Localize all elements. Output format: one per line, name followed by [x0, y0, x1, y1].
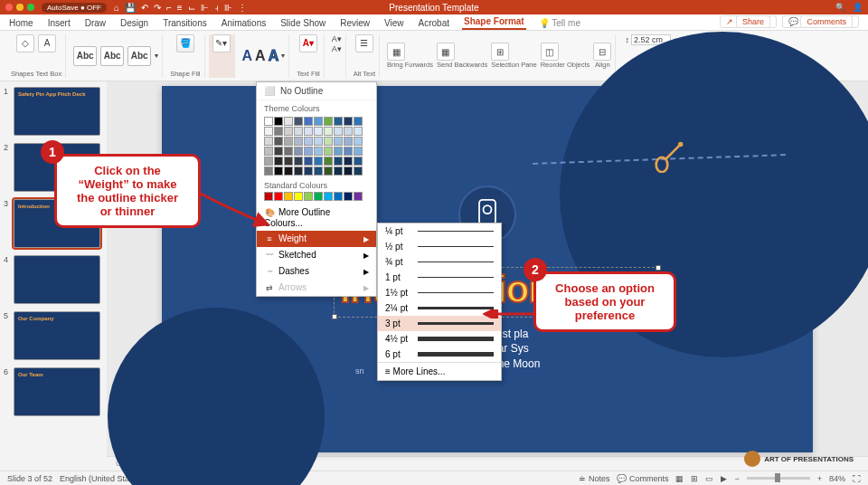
colour-swatch[interactable]	[324, 117, 333, 126]
weight-option[interactable]: ½ pt	[378, 239, 501, 254]
colour-swatch[interactable]	[324, 192, 333, 201]
colour-swatch[interactable]	[284, 137, 293, 146]
search-icon[interactable]: 🔍	[835, 3, 845, 12]
tab-acrobat[interactable]: Acrobat	[417, 16, 451, 30]
colour-swatch[interactable]	[324, 137, 333, 146]
selection-pane-button[interactable]: ⊞	[491, 43, 509, 61]
colour-swatch[interactable]	[294, 117, 303, 126]
shape-outline-group[interactable]: ✎▾	[209, 34, 235, 78]
align-middle-icon[interactable]: ≡	[177, 3, 183, 13]
resize-handle[interactable]	[332, 314, 337, 319]
zoom-slider[interactable]	[747, 477, 810, 480]
colour-swatch[interactable]	[344, 157, 353, 166]
comments-button[interactable]: 💬 Comments	[782, 15, 859, 28]
colour-swatch[interactable]	[304, 157, 313, 166]
align-bottom-icon[interactable]: ⌙	[188, 3, 195, 13]
align-top-icon[interactable]: ⌐	[166, 3, 172, 13]
colour-swatch[interactable]	[274, 192, 283, 201]
reorder-objects-button[interactable]: ◫	[541, 43, 559, 61]
text-effects-button[interactable]: A▾	[332, 44, 342, 53]
shape-style-2[interactable]: Abc	[100, 46, 124, 66]
colour-swatch[interactable]	[314, 157, 323, 166]
colour-swatch[interactable]	[304, 127, 313, 136]
window-controls[interactable]	[5, 4, 34, 11]
zoom-level[interactable]: 84%	[829, 474, 845, 483]
tab-shape-format[interactable]: Shape Format	[462, 14, 526, 30]
colour-swatch[interactable]	[304, 117, 313, 126]
shape-style-3[interactable]: Abc	[127, 46, 151, 66]
colour-swatch[interactable]	[264, 117, 273, 126]
weight-option[interactable]: 1½ pt	[378, 285, 501, 300]
home-icon[interactable]: ⌂	[114, 3, 119, 13]
colour-swatch[interactable]	[334, 157, 343, 166]
colour-swatch[interactable]	[324, 157, 333, 166]
standard-colour-swatches[interactable]	[257, 192, 376, 204]
zoom-in-icon[interactable]: +	[817, 474, 822, 483]
colour-swatch[interactable]	[324, 127, 333, 136]
shape-fill-button[interactable]: 🪣	[176, 34, 194, 52]
align-center-icon[interactable]: ⫞	[214, 3, 219, 13]
colour-swatch[interactable]	[344, 137, 353, 146]
colour-swatch[interactable]	[274, 137, 283, 146]
tab-transitions[interactable]: Transitions	[161, 16, 209, 30]
thumbnail-4[interactable]: 4	[4, 255, 103, 304]
colour-swatch[interactable]	[334, 192, 343, 201]
comments-toggle[interactable]: 💬 Comments	[617, 474, 668, 483]
colour-swatch[interactable]	[284, 127, 293, 136]
colour-swatch[interactable]	[314, 127, 323, 136]
colour-swatch[interactable]	[264, 127, 273, 136]
wordart-style-2[interactable]: A	[255, 48, 266, 64]
tab-slideshow[interactable]: Slide Show	[278, 16, 327, 30]
colour-swatch[interactable]	[334, 166, 343, 176]
tell-me[interactable]: 💡 Tell me	[537, 16, 582, 30]
notes-toggle[interactable]: ≐ Notes	[579, 474, 609, 483]
colour-swatch[interactable]	[314, 117, 323, 126]
colour-swatch[interactable]	[334, 147, 343, 156]
colour-swatch[interactable]	[264, 157, 273, 166]
tab-draw[interactable]: Draw	[83, 16, 108, 30]
thumbnail-6[interactable]: 6Our Team	[4, 367, 103, 416]
colour-swatch[interactable]	[354, 117, 363, 126]
colour-swatch[interactable]	[344, 192, 353, 201]
colour-swatch[interactable]	[314, 147, 323, 156]
colour-swatch[interactable]	[294, 192, 303, 201]
colour-swatch[interactable]	[264, 137, 273, 146]
tab-home[interactable]: Home	[7, 16, 35, 30]
colour-swatch[interactable]	[274, 127, 283, 136]
colour-swatch[interactable]	[324, 147, 333, 156]
theme-colour-swatches[interactable]	[257, 115, 376, 177]
resize-handle[interactable]	[656, 265, 661, 271]
colour-swatch[interactable]	[294, 166, 303, 176]
alt-text-button[interactable]: ☰	[355, 34, 373, 52]
colour-swatch[interactable]	[304, 147, 313, 156]
colour-swatch[interactable]	[354, 137, 363, 146]
colour-swatch[interactable]	[284, 117, 293, 126]
more-lines[interactable]: ≡ More Lines...	[378, 362, 501, 380]
colour-swatch[interactable]	[314, 192, 323, 201]
bring-forward-button[interactable]: ▦	[387, 43, 405, 61]
weight-option[interactable]: ¾ pt	[378, 254, 501, 270]
undo-icon[interactable]: ↶	[141, 3, 148, 13]
colour-swatch[interactable]	[284, 166, 293, 176]
reading-view-icon[interactable]: ▭	[705, 474, 713, 483]
colour-swatch[interactable]	[314, 166, 323, 176]
colour-swatch[interactable]	[304, 192, 313, 201]
shape-style-1[interactable]: Abc	[73, 46, 97, 66]
outline-sketched[interactable]: 〰Sketched▶	[257, 247, 376, 263]
tab-design[interactable]: Design	[118, 16, 150, 30]
weight-option[interactable]: ¼ pt	[378, 223, 501, 239]
colour-swatch[interactable]	[344, 127, 353, 136]
colour-swatch[interactable]	[294, 157, 303, 166]
colour-swatch[interactable]	[274, 166, 283, 176]
colour-swatch[interactable]	[354, 147, 363, 156]
no-outline-option[interactable]: ⬜No Outline	[257, 82, 376, 100]
tab-review[interactable]: Review	[338, 16, 372, 30]
align-left-icon[interactable]: ⊩	[201, 3, 209, 13]
colour-swatch[interactable]	[334, 137, 343, 146]
colour-swatch[interactable]	[354, 127, 363, 136]
distribute-icon[interactable]: ⋮	[238, 3, 247, 13]
thumbnail-5[interactable]: 5Our Company	[4, 311, 103, 360]
minimize-icon[interactable]	[16, 4, 24, 11]
shape-outline-button[interactable]: ✎▾	[212, 34, 231, 52]
colour-swatch[interactable]	[294, 137, 303, 146]
